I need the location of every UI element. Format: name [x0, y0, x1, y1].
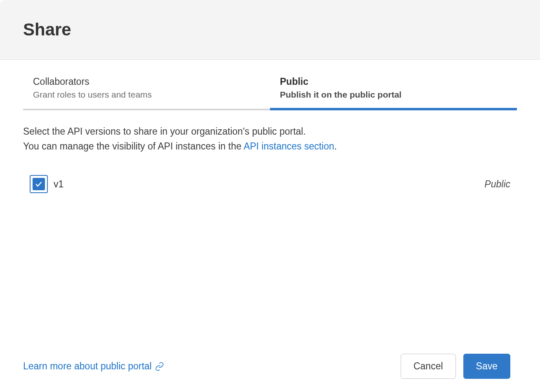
description-line2-suffix: .	[334, 141, 337, 152]
description-line2-prefix: You can manage the visibility of API ins…	[23, 141, 244, 152]
learn-more-link[interactable]: Learn more about public portal	[23, 361, 164, 372]
dialog-footer: Learn more about public portal Cancel Sa…	[23, 354, 510, 379]
tab-public[interactable]: Public Publish it on the public portal	[270, 71, 517, 110]
tab-collaborators-title: Collaborators	[33, 76, 260, 87]
description-text: Select the API versions to share in your…	[23, 124, 517, 154]
tab-public-subtitle: Publish it on the public portal	[280, 90, 507, 100]
learn-more-text: Learn more about public portal	[23, 361, 152, 372]
tab-public-title: Public	[280, 76, 507, 87]
tabs: Collaborators Grant roles to users and t…	[23, 71, 517, 110]
cancel-button[interactable]: Cancel	[401, 354, 456, 379]
version-checkbox[interactable]	[30, 175, 48, 193]
description-line1: Select the API versions to share in your…	[23, 126, 306, 137]
version-status: Public	[484, 179, 510, 190]
footer-buttons: Cancel Save	[401, 354, 510, 379]
external-link-icon	[155, 362, 164, 371]
version-list: v1 Public	[23, 172, 517, 196]
dialog-header: Share	[0, 0, 540, 60]
checkbox-checked-icon	[33, 178, 45, 190]
dialog-title: Share	[23, 20, 540, 40]
dialog-content: Collaborators Grant roles to users and t…	[0, 71, 540, 196]
tab-collaborators-subtitle: Grant roles to users and teams	[33, 90, 260, 100]
version-label: v1	[54, 179, 63, 190]
save-button[interactable]: Save	[463, 354, 510, 379]
tab-collaborators[interactable]: Collaborators Grant roles to users and t…	[23, 71, 270, 110]
api-instances-link[interactable]: API instances section	[244, 141, 334, 152]
version-row: v1 Public	[23, 172, 517, 196]
